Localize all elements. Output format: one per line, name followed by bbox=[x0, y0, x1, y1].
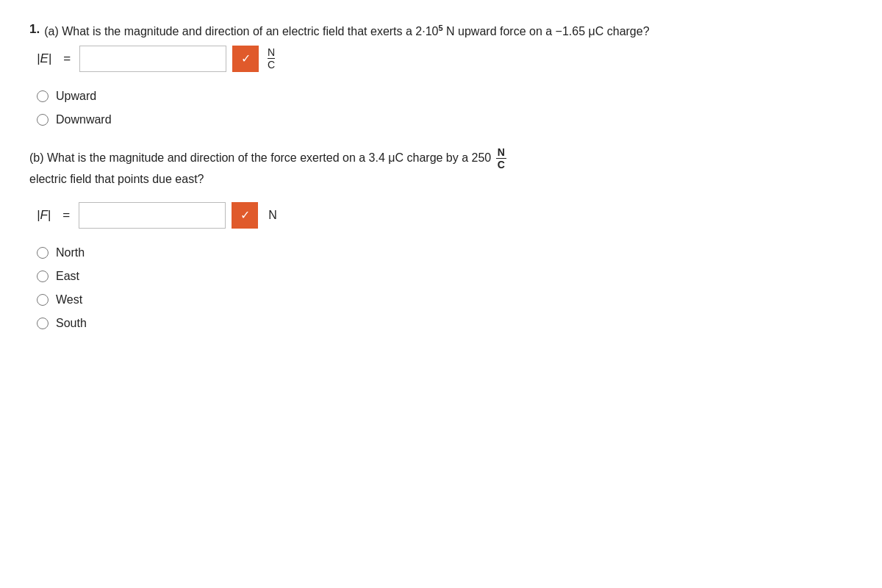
part-a-check-button[interactable]: ✓ bbox=[232, 46, 259, 72]
part-b-text-after: electric field that points due east? bbox=[29, 173, 204, 185]
part-a-equals: = bbox=[63, 51, 71, 66]
question-header: 1. (a) What is the magnitude and directi… bbox=[29, 22, 853, 41]
radio-downward[interactable] bbox=[37, 114, 49, 126]
part-a-question-text: (a) What is the magnitude and direction … bbox=[44, 22, 649, 41]
radio-east[interactable] bbox=[37, 270, 49, 282]
question-container: 1. (a) What is the magnitude and directi… bbox=[29, 22, 853, 330]
part-a-magnitude-input[interactable] bbox=[79, 46, 226, 72]
radio-upward[interactable] bbox=[37, 90, 49, 102]
part-b-unit-n: N bbox=[268, 209, 277, 222]
part-b-unit-inline: N C bbox=[496, 147, 506, 170]
radio-option-north[interactable]: North bbox=[37, 246, 853, 259]
radio-east-label: East bbox=[56, 270, 79, 283]
part-b-question-text: (b) What is the magnitude and direction … bbox=[29, 147, 853, 189]
radio-north[interactable] bbox=[37, 247, 49, 259]
part-b-input-row: |F| = ✓ N bbox=[37, 202, 853, 229]
part-b-equals: = bbox=[62, 208, 70, 223]
part-a-text-after: N upward force on a −1.65 μC charge? bbox=[443, 25, 650, 37]
radio-north-label: North bbox=[56, 246, 85, 259]
radio-option-upward[interactable]: Upward bbox=[37, 90, 853, 103]
part-b-unit-num: N bbox=[496, 147, 506, 159]
checkmark-icon: ✓ bbox=[241, 51, 251, 65]
part-a-input-row: |E| = ✓ N C bbox=[37, 46, 853, 72]
part-a-unit-numerator: N bbox=[268, 47, 275, 59]
question-number: 1. bbox=[29, 22, 40, 37]
radio-option-south[interactable]: South bbox=[37, 317, 853, 330]
radio-west[interactable] bbox=[37, 294, 49, 306]
part-b-text-main: (b) What is the magnitude and direction … bbox=[29, 151, 491, 164]
part-b-magnitude-label: |F| bbox=[37, 208, 51, 223]
part-b-unit-den: C bbox=[496, 159, 506, 170]
part-a-unit-denominator: C bbox=[268, 59, 275, 70]
radio-option-east[interactable]: East bbox=[37, 270, 853, 283]
radio-west-label: West bbox=[56, 293, 82, 306]
radio-option-downward[interactable]: Downward bbox=[37, 113, 853, 126]
part-b-magnitude-input[interactable] bbox=[79, 202, 226, 229]
part-a-unit-fraction: N C bbox=[268, 47, 275, 70]
radio-upward-label: Upward bbox=[56, 90, 96, 103]
radio-downward-label: Downward bbox=[56, 113, 112, 126]
part-a-magnitude-label: |E| bbox=[37, 51, 51, 66]
radio-south-label: South bbox=[56, 317, 87, 330]
radio-option-west[interactable]: West bbox=[37, 293, 853, 306]
part-a-direction-group: Upward Downward bbox=[37, 90, 853, 126]
part-a-text-before: (a) What is the magnitude and direction … bbox=[44, 25, 438, 37]
radio-south[interactable] bbox=[37, 318, 49, 329]
checkmark-icon-b: ✓ bbox=[240, 208, 250, 222]
part-b-direction-group: North East West South bbox=[37, 246, 853, 330]
part-b-check-button[interactable]: ✓ bbox=[232, 202, 258, 229]
